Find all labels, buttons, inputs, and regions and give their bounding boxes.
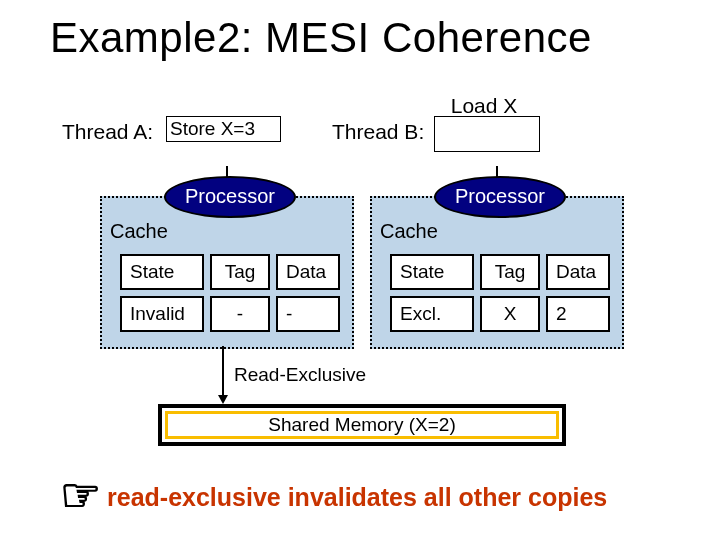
cache-block-a: Processor Cache State Tag Data Invalid -… bbox=[100, 196, 354, 349]
pointing-hand-icon: ☞ bbox=[60, 468, 101, 522]
footnote: ☞read-exclusive invalidates all other co… bbox=[60, 472, 607, 526]
hdr-tag: Tag bbox=[210, 254, 270, 290]
thread-b-box bbox=[434, 116, 540, 152]
cell-state-a: Invalid bbox=[120, 296, 204, 332]
processor-b: Processor bbox=[434, 176, 566, 218]
cache-label-a: Cache bbox=[110, 220, 168, 243]
cell-tag-b: X bbox=[480, 296, 540, 332]
cell-tag-a: - bbox=[210, 296, 270, 332]
hdr-tag: Tag bbox=[480, 254, 540, 290]
cell-data-a: - bbox=[276, 296, 340, 332]
slide-title: Example2: MESI Coherence bbox=[50, 14, 592, 62]
cache-label-b: Cache bbox=[380, 220, 438, 243]
footnote-text: read-exclusive invalidates all other cop… bbox=[107, 483, 607, 511]
thread-b-label: Thread B: bbox=[332, 120, 424, 144]
hdr-state: State bbox=[390, 254, 474, 290]
processor-a: Processor bbox=[164, 176, 296, 218]
cache-block-b: Processor Cache State Tag Data Excl. X 2 bbox=[370, 196, 624, 349]
arrow-label: Read-Exclusive bbox=[234, 364, 366, 386]
cell-data-b: 2 bbox=[546, 296, 610, 332]
thread-a-box: Store X=3 bbox=[166, 116, 281, 142]
cell-state-b: Excl. bbox=[390, 296, 474, 332]
thread-a-label: Thread A: bbox=[62, 120, 153, 144]
hdr-state: State bbox=[120, 254, 204, 290]
thread-b-annotation: Load X bbox=[424, 94, 544, 118]
cache-table-b: State Tag Data Excl. X 2 bbox=[384, 248, 616, 338]
arrow-down-icon bbox=[222, 346, 224, 402]
shared-memory: Shared Memory (X=2) bbox=[158, 404, 566, 446]
hdr-data: Data bbox=[546, 254, 610, 290]
cache-table-a: State Tag Data Invalid - - bbox=[114, 248, 346, 338]
hdr-data: Data bbox=[276, 254, 340, 290]
